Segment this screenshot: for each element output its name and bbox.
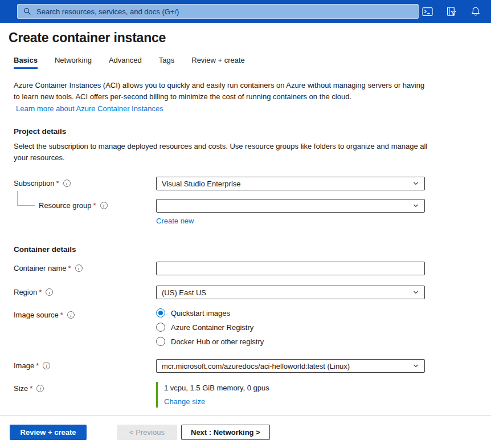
previous-button[interactable]: < Previous bbox=[117, 425, 177, 440]
connector-line bbox=[17, 191, 35, 206]
subscription-dropdown[interactable]: Visual Studio Enterprise bbox=[156, 177, 425, 190]
image-source-label: Image source* bbox=[14, 308, 156, 319]
info-icon[interactable] bbox=[100, 202, 108, 209]
review-create-button[interactable]: Review + create bbox=[10, 425, 87, 440]
container-name-label: Container name* bbox=[14, 262, 156, 272]
radio-option-docker-hub[interactable]: Docker Hub or other registry bbox=[156, 337, 425, 346]
tab-networking[interactable]: Networking bbox=[55, 56, 92, 69]
container-details-heading: Container details bbox=[14, 245, 477, 254]
project-details-description: Select the subscription to manage deploy… bbox=[14, 141, 428, 163]
chevron-down-icon bbox=[412, 180, 419, 187]
chevron-down-icon bbox=[412, 202, 419, 209]
image-source-row: Image source* Quickstart images Azure Co… bbox=[14, 308, 477, 351]
cloud-shell-icon[interactable] bbox=[422, 6, 433, 17]
radio-option-quickstart-images[interactable]: Quickstart images bbox=[156, 308, 425, 317]
image-label: Image* bbox=[14, 359, 156, 370]
topbar-icons bbox=[422, 6, 483, 17]
size-summary: 1 vcpu, 1.5 GiB memory, 0 gpus Change si… bbox=[156, 382, 425, 408]
required-asterisk: * bbox=[56, 179, 59, 188]
resource-group-row: Resource group* Create new bbox=[14, 199, 477, 226]
chevron-down-icon bbox=[412, 289, 419, 296]
subscription-row: Subscription* Visual Studio Enterprise bbox=[14, 177, 477, 190]
required-asterisk: * bbox=[36, 361, 39, 370]
size-value: 1 vcpu, 1.5 GiB memory, 0 gpus bbox=[164, 384, 425, 392]
wizard-footer: Review + create < Previous Next : Networ… bbox=[0, 416, 491, 448]
region-dropdown[interactable]: (US) East US bbox=[156, 286, 425, 299]
image-dropdown[interactable]: mcr.microsoft.com/azuredocs/aci-hellowor… bbox=[156, 359, 425, 373]
radio-button-icon[interactable] bbox=[156, 323, 165, 332]
tab-bar: Basics Networking Advanced Tags Review +… bbox=[14, 56, 477, 69]
learn-more-link[interactable]: Learn more about Azure Container Instanc… bbox=[14, 104, 163, 113]
region-label: Region* bbox=[14, 286, 156, 296]
directory-filter-icon[interactable] bbox=[446, 6, 457, 17]
resource-group-label: Resource group* bbox=[14, 199, 156, 210]
project-details-heading: Project details bbox=[14, 127, 477, 136]
required-asterisk: * bbox=[60, 311, 63, 319]
required-asterisk: * bbox=[93, 201, 96, 210]
size-row: Size* 1 vcpu, 1.5 GiB memory, 0 gpus Cha… bbox=[14, 382, 477, 408]
info-icon[interactable] bbox=[46, 288, 53, 296]
notifications-bell-icon[interactable] bbox=[470, 6, 481, 17]
topbar bbox=[0, 0, 491, 23]
tab-review-create[interactable]: Review + create bbox=[191, 56, 245, 69]
resource-group-dropdown[interactable] bbox=[156, 199, 425, 213]
page-title: Create container instance bbox=[9, 30, 477, 46]
tab-advanced[interactable]: Advanced bbox=[109, 56, 142, 69]
create-new-link[interactable]: Create new bbox=[156, 217, 194, 225]
tab-basics[interactable]: Basics bbox=[14, 56, 38, 69]
required-asterisk: * bbox=[39, 288, 42, 296]
size-label: Size* bbox=[14, 382, 156, 393]
info-icon[interactable] bbox=[36, 385, 44, 392]
subscription-label: Subscription* bbox=[14, 177, 156, 188]
info-icon[interactable] bbox=[67, 311, 75, 319]
info-icon[interactable] bbox=[75, 264, 83, 272]
required-asterisk: * bbox=[30, 384, 32, 393]
image-row: Image* mcr.microsoft.com/azuredocs/aci-h… bbox=[14, 359, 477, 373]
next-networking-button[interactable]: Next : Networking > bbox=[181, 425, 270, 440]
container-name-input[interactable] bbox=[156, 262, 425, 275]
region-row: Region* (US) East US bbox=[14, 286, 477, 299]
info-icon[interactable] bbox=[43, 362, 50, 369]
search-box[interactable] bbox=[17, 4, 419, 19]
radio-button-icon[interactable] bbox=[156, 308, 165, 317]
info-icon[interactable] bbox=[63, 180, 71, 187]
chevron-down-icon bbox=[412, 363, 419, 369]
change-size-link[interactable]: Change size bbox=[164, 397, 205, 406]
container-name-row: Container name* bbox=[14, 262, 477, 275]
radio-option-azure-container-registry[interactable]: Azure Container Registry bbox=[156, 323, 425, 332]
intro-text: Azure Container Instances (ACI) allows y… bbox=[14, 80, 428, 102]
search-input[interactable] bbox=[36, 7, 412, 16]
radio-button-icon[interactable] bbox=[156, 337, 165, 346]
search-icon bbox=[23, 7, 31, 15]
required-asterisk: * bbox=[68, 264, 71, 272]
tab-tags[interactable]: Tags bbox=[159, 56, 174, 69]
